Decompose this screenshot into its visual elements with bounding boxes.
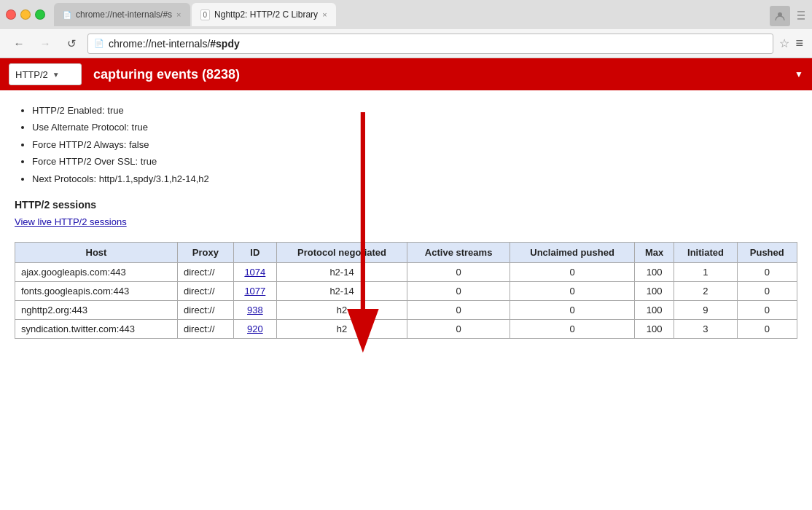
cell-id[interactable]: 1074 (233, 262, 276, 281)
cell-active-streams: 0 (407, 281, 510, 300)
chrome-window: 📄 chrome://net-internals/#s × 0 Nghttp2:… (0, 0, 812, 510)
col-protocol: Protocol negotiated (276, 242, 407, 262)
user-icon-area (770, 6, 806, 26)
cell-host: fonts.googleapis.com:443 (15, 281, 178, 300)
col-pushed: Pushed (737, 242, 797, 262)
protocol-label: HTTP/2 (15, 69, 48, 80)
table-row: fonts.googleapis.com:443direct://1077h2-… (15, 281, 797, 300)
reload-button[interactable]: ↺ (61, 34, 82, 54)
red-header-bar: HTTP/2 ▼ capturing events (8238) ▼ (0, 58, 812, 90)
list-item: Force HTTP/2 Always: false (32, 136, 797, 153)
tab-close-icon[interactable]: × (176, 10, 181, 19)
cell-proxy: direct:// (177, 281, 233, 300)
tab-nghttp2[interactable]: 0 Nghttp2: HTTP/2 C Library × (192, 3, 336, 26)
cell-max: 100 (634, 262, 674, 281)
live-sessions-link[interactable]: View live HTTP/2 sessions (15, 216, 127, 227)
list-item: Force HTTP/2 Over SSL: true (32, 153, 797, 170)
sessions-title: HTTP/2 sessions (15, 199, 797, 211)
cell-max: 100 (634, 281, 674, 300)
cell-unclaimed-pushed: 0 (510, 281, 635, 300)
back-button[interactable]: ← (9, 34, 29, 54)
cell-protocol: h2-14 (276, 281, 407, 300)
cell-protocol: h2 (276, 300, 407, 319)
list-item: HTTP/2 Enabled: true (32, 102, 797, 119)
cell-pushed: 0 (737, 300, 797, 319)
col-unclaimed-pushed: Unclaimed pushed (510, 242, 635, 262)
page-icon: 📄 (94, 39, 104, 48)
capturing-text: capturing events (8238) (93, 67, 795, 82)
tab-label: Nghttp2: HTTP/2 C Library (214, 9, 318, 20)
col-max: Max (634, 242, 674, 262)
cell-unclaimed-pushed: 0 (510, 319, 635, 338)
cell-unclaimed-pushed: 0 (510, 300, 635, 319)
cell-proxy: direct:// (177, 319, 233, 338)
cell-initiated: 3 (674, 319, 737, 338)
cell-proxy: direct:// (177, 262, 233, 281)
maximize-button[interactable] (35, 9, 45, 20)
info-list: HTTP/2 Enabled: true Use Alternate Proto… (15, 102, 797, 187)
col-proxy: Proxy (177, 242, 233, 262)
cell-initiated: 1 (674, 262, 737, 281)
address-bar[interactable]: 📄 chrome://net-internals/#spdy (87, 34, 773, 54)
cell-protocol: h2-14 (276, 262, 407, 281)
col-active-streams: Active streams (407, 242, 510, 262)
cell-id[interactable]: 1077 (233, 281, 276, 300)
cell-pushed: 0 (737, 319, 797, 338)
tab-favicon: 0 (200, 9, 211, 20)
dropdown-arrow-icon: ▼ (52, 71, 60, 79)
menu-button[interactable]: ≡ (795, 36, 803, 51)
header-right-arrow-icon: ▼ (795, 69, 803, 79)
cell-active-streams: 0 (407, 300, 510, 319)
address-text: chrome://net-internals/#spdy (109, 38, 240, 50)
tab-close-icon[interactable]: × (322, 10, 327, 19)
cell-protocol: h2 (276, 319, 407, 338)
cell-active-streams: 0 (407, 319, 510, 338)
col-host: Host (15, 242, 178, 262)
table-row: syndication.twitter.com:443direct://920h… (15, 319, 797, 338)
col-initiated: Initiated (674, 242, 737, 262)
cell-pushed: 0 (737, 281, 797, 300)
cell-max: 100 (634, 300, 674, 319)
cell-max: 100 (634, 319, 674, 338)
table-body: ajax.googleapis.com:443direct://1074h2-1… (15, 262, 797, 338)
table-header-row: Host Proxy ID Protocol negotiated Active… (15, 242, 797, 262)
window-controls (6, 9, 45, 20)
col-id: ID (233, 242, 276, 262)
cell-host: syndication.twitter.com:443 (15, 319, 178, 338)
expand-icon[interactable] (796, 10, 806, 23)
tab-net-internals[interactable]: 📄 chrome://net-internals/#s × (54, 3, 190, 26)
table-header: Host Proxy ID Protocol negotiated Active… (15, 242, 797, 262)
user-icon[interactable] (770, 6, 790, 26)
cell-active-streams: 0 (407, 262, 510, 281)
close-button[interactable] (6, 9, 16, 20)
cell-unclaimed-pushed: 0 (510, 262, 635, 281)
cell-id[interactable]: 938 (233, 300, 276, 319)
tab-label: chrome://net-internals/#s (76, 9, 172, 20)
sessions-table: Host Proxy ID Protocol negotiated Active… (15, 242, 797, 339)
cell-initiated: 9 (674, 300, 737, 319)
protocol-dropdown[interactable]: HTTP/2 ▼ (9, 63, 82, 85)
cell-proxy: direct:// (177, 300, 233, 319)
page-content: HTTP/2 Enabled: true Use Alternate Proto… (0, 90, 812, 350)
cell-initiated: 2 (674, 281, 737, 300)
nav-bar: ← → ↺ 📄 chrome://net-internals/#spdy ☆ ≡ (0, 29, 812, 58)
cell-pushed: 0 (737, 262, 797, 281)
forward-button: → (35, 34, 55, 54)
cell-id[interactable]: 920 (233, 319, 276, 338)
minimize-button[interactable] (20, 9, 31, 20)
content-area: HTTP/2 ▼ capturing events (8238) ▼ H (0, 58, 812, 510)
tabs-row: 📄 chrome://net-internals/#s × 0 Nghttp2:… (54, 3, 806, 26)
list-item: Next Protocols: http/1.1,spdy/3.1,h2-14,… (32, 170, 797, 187)
cell-host: ajax.googleapis.com:443 (15, 262, 178, 281)
table-row: ajax.googleapis.com:443direct://1074h2-1… (15, 262, 797, 281)
list-item: Use Alternate Protocol: true (32, 119, 797, 136)
bookmark-button[interactable]: ☆ (779, 36, 789, 50)
page-wrapper: HTTP/2 Enabled: true Use Alternate Proto… (0, 90, 812, 350)
cell-host: nghttp2.org:443 (15, 300, 178, 319)
table-row: nghttp2.org:443direct://938h20010090 (15, 300, 797, 319)
tab-page-icon: 📄 (63, 11, 71, 19)
title-bar: 📄 chrome://net-internals/#s × 0 Nghttp2:… (0, 0, 812, 29)
